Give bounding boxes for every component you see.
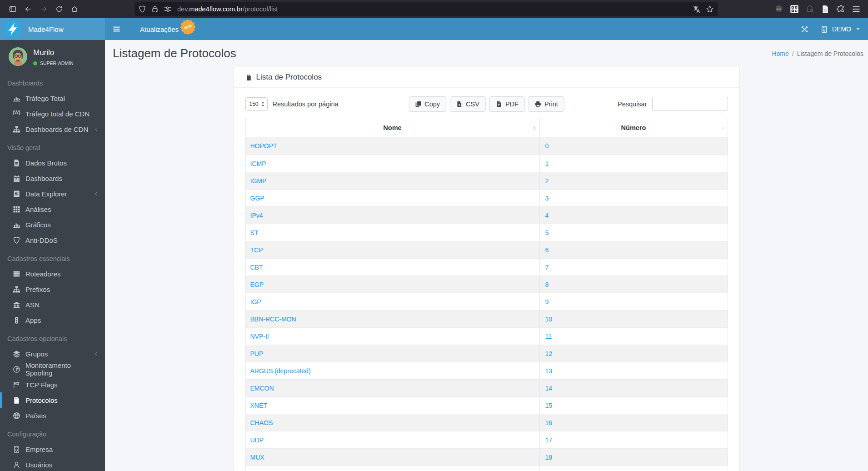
protocol-number-link[interactable]: 2 (545, 177, 549, 185)
column-header-numero[interactable]: Número ↑↓ (540, 118, 728, 137)
puzzle-icon[interactable] (836, 5, 845, 14)
search-input[interactable] (652, 97, 728, 111)
protocol-number-link[interactable]: 9 (545, 298, 549, 306)
protocol-number-link[interactable]: 15 (545, 402, 553, 409)
server-icon (13, 270, 20, 278)
new-badge: NEW (182, 21, 194, 33)
protocol-number-link[interactable]: 4 (545, 212, 549, 219)
reload-icon (55, 5, 63, 13)
sidebar-item-apps[interactable]: Apps (0, 312, 105, 328)
protocol-name-link[interactable]: EGP (250, 281, 264, 288)
protocol-name-link[interactable]: IGMP (250, 177, 267, 185)
sidebar-collapse-button[interactable] (105, 25, 128, 33)
sidebar-item-grupos[interactable]: Grupos (0, 346, 105, 361)
bookmark-star-icon[interactable] (706, 5, 714, 13)
protocol-number-link[interactable]: 3 (545, 195, 549, 202)
sidebar-item-dashboards[interactable]: Dashboards (0, 170, 105, 186)
sidebar-item-asn[interactable]: ASN (0, 297, 105, 312)
protocol-number-link[interactable]: 11 (545, 333, 552, 340)
sidebar-item-analises[interactable]: Análises (0, 201, 105, 217)
protocol-name-link[interactable]: EMCON (250, 385, 274, 392)
fullscreen-icon[interactable] (801, 25, 808, 33)
url-bar[interactable]: dev.made4flow.com.br/protocol/list (135, 2, 718, 16)
sidebar-toggle-button[interactable] (5, 2, 20, 16)
forward-button[interactable] (36, 2, 51, 16)
protocol-name-link[interactable]: TCP (250, 246, 263, 254)
protocol-name-link[interactable]: BBN-RCC-MON (250, 316, 296, 323)
sidebar-item-prefixos[interactable]: Prefixos (0, 281, 105, 297)
protocol-name-link[interactable]: XNET (250, 402, 267, 409)
file-csv-icon: x (456, 101, 463, 107)
tenant-dropdown[interactable]: DEMO (820, 25, 861, 33)
sidebar-item-data-explorer[interactable]: Data Explorer (0, 186, 105, 201)
ghost-extension-icon[interactable] (805, 5, 814, 14)
per-page-select[interactable]: 150 (245, 97, 268, 111)
protocol-number-link[interactable]: 7 (545, 264, 549, 271)
sidebar-item-tcp-flags[interactable]: TCP Flags (0, 377, 105, 392)
menu-icon[interactable] (852, 5, 861, 14)
sidebar-item-monitoramento-spoofing[interactable]: Monitoramento Spoofing (0, 361, 105, 377)
sidebar-item-trafego-total[interactable]: Tráfego Total (0, 90, 105, 106)
protocol-name-link[interactable]: GGP (250, 195, 264, 202)
translate-icon[interactable] (692, 5, 700, 13)
sidebar-item-paises[interactable]: Países (0, 408, 105, 423)
qr-extension-icon[interactable] (790, 5, 799, 14)
sidebar-item-empresa[interactable]: Empresa (0, 441, 105, 457)
back-button[interactable] (21, 2, 35, 16)
sidebar-item-trafego-total-de-cdn[interactable]: ('A')Tráfego total de CDN (0, 106, 105, 121)
protocol-number-link[interactable]: 0 (545, 142, 549, 150)
protocol-name-link[interactable]: IGP (250, 298, 261, 306)
spy-extension-icon[interactable] (774, 5, 783, 14)
protocol-number-link[interactable]: 18 (545, 454, 553, 461)
building-icon (13, 446, 20, 453)
breadcrumb-home-link[interactable]: Home (772, 50, 788, 57)
chart-bar-icon (13, 221, 20, 229)
copy-button[interactable]: Copy (409, 96, 446, 112)
protocol-name-link[interactable]: UDP (250, 436, 264, 444)
table-row: ARGUS (deprecated)13 (246, 362, 728, 379)
protocol-name-link[interactable]: ARGUS (deprecated) (250, 367, 311, 375)
protocol-number-link[interactable]: 12 (545, 350, 553, 357)
protocol-name-link[interactable]: NVP-II (250, 333, 269, 340)
protocol-number-link[interactable]: 14 (545, 385, 553, 392)
protocol-number-link[interactable]: 16 (545, 419, 553, 426)
sidebar-item-usuarios[interactable]: Usuários (0, 457, 105, 471)
shield-icon[interactable] (138, 5, 146, 13)
protocol-name-link[interactable]: ST (250, 229, 259, 236)
pdf-button[interactable]: PPDF (489, 96, 525, 112)
sidebar-item-dashboards-de-cdn[interactable]: Dashboards de CDN (0, 121, 105, 137)
protocol-name-link[interactable]: CBT (250, 264, 263, 271)
protocol-number-link[interactable]: 8 (545, 281, 549, 288)
protocol-name-link[interactable]: HOPOPT (250, 142, 277, 150)
table-row: XNET15 (246, 396, 728, 414)
page-extension-icon[interactable] (821, 5, 830, 14)
print-button[interactable]: Print (529, 96, 564, 112)
protocol-number-link[interactable]: 1 (545, 160, 549, 167)
csv-button[interactable]: xCSV (450, 96, 486, 112)
sidebar-item-protocolos[interactable]: Protocolos (0, 392, 105, 408)
table-row: EGP8 (246, 276, 728, 293)
protocol-name-link[interactable]: IPv4 (250, 212, 263, 219)
sidebar-item-anti-ddos[interactable]: Anti-DDoS (0, 232, 105, 248)
protocol-name-link[interactable]: PUP (250, 350, 264, 357)
protocol-name-link[interactable]: ICMP (250, 160, 266, 167)
protocol-name-link[interactable]: CHAOS (250, 419, 273, 426)
sidebar-item-dados-brutos[interactable]: Dados Brutos (0, 155, 105, 170)
sidebar-item-graficos[interactable]: Gráficos (0, 217, 105, 232)
permissions-icon[interactable] (164, 5, 172, 13)
column-header-nome[interactable]: Nome ↑↓ (246, 118, 540, 137)
protocol-number-link[interactable]: 10 (545, 316, 553, 323)
protocol-number-link[interactable]: 13 (545, 367, 553, 375)
protocol-number-link[interactable]: 17 (545, 436, 553, 444)
breadcrumb: Home/Listagem de Protocolos (772, 50, 863, 57)
reload-button[interactable] (52, 2, 66, 16)
home-button[interactable] (67, 2, 82, 16)
brand-logo[interactable]: Made4Flow (0, 18, 105, 40)
updates-link[interactable]: Atualizações NEW (140, 25, 194, 33)
protocol-number-link[interactable]: 6 (545, 246, 549, 254)
sidebar-item-roteadores[interactable]: Roteadores (0, 266, 105, 281)
lock-warning-icon[interactable] (151, 5, 159, 13)
sidebar-section-cadastros-opcionais: Cadastros opcionais (0, 328, 105, 346)
protocol-name-link[interactable]: MUX (250, 454, 264, 461)
protocol-number-link[interactable]: 5 (545, 229, 549, 236)
